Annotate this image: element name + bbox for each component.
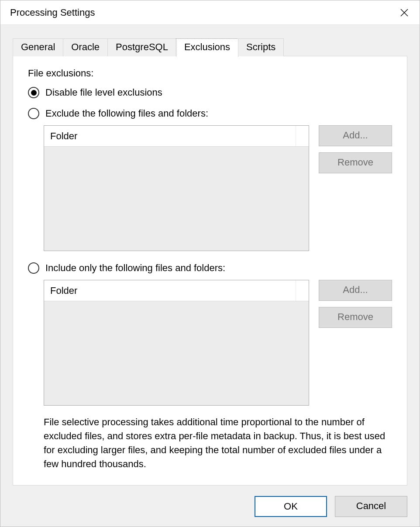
close-icon (400, 8, 409, 17)
include-list-header: Folder (44, 280, 309, 301)
cancel-button[interactable]: Cancel (335, 496, 407, 517)
client-area: General Oracle PostgreSQL Exclusions Scr… (0, 25, 420, 527)
radio-label: Include only the following files and fol… (45, 262, 225, 274)
include-remove-button[interactable]: Remove (319, 307, 392, 328)
radio-icon (28, 87, 39, 98)
column-header-spacer (296, 126, 309, 146)
exclude-add-button[interactable]: Add... (319, 125, 392, 146)
include-list-body (44, 301, 309, 405)
exclude-listbox[interactable]: Folder (44, 125, 309, 251)
help-text: File selective processing takes addition… (44, 415, 392, 471)
radio-icon (28, 108, 39, 119)
exclude-buttons: Add... Remove (319, 125, 392, 251)
close-button[interactable] (396, 4, 413, 21)
include-add-button[interactable]: Add... (319, 280, 392, 301)
dialog-footer: OK Cancel (13, 486, 407, 517)
exclude-remove-button[interactable]: Remove (319, 152, 392, 173)
tab-postgresql[interactable]: PostgreSQL (107, 38, 176, 56)
ok-button[interactable]: OK (255, 496, 327, 517)
tab-scripts[interactable]: Scripts (238, 38, 284, 56)
tab-oracle[interactable]: Oracle (63, 38, 108, 56)
radio-label: Exclude the following files and folders: (45, 108, 208, 119)
tab-exclusions[interactable]: Exclusions (176, 38, 238, 57)
titlebar: Processing Settings (0, 0, 420, 25)
column-header-spacer (296, 280, 309, 301)
include-list-group: Folder Add... Remove (44, 280, 392, 406)
radio-include-only[interactable]: Include only the following files and fol… (28, 262, 392, 274)
window-title: Processing Settings (10, 7, 396, 18)
exclude-list-group: Folder Add... Remove (44, 125, 392, 251)
include-listbox[interactable]: Folder (44, 280, 309, 406)
radio-disable-exclusions[interactable]: Disable file level exclusions (28, 87, 392, 98)
column-header-folder[interactable]: Folder (50, 126, 296, 146)
tab-panel-exclusions: File exclusions: Disable file level excl… (13, 56, 407, 486)
include-buttons: Add... Remove (319, 280, 392, 406)
tab-general[interactable]: General (13, 38, 63, 56)
radio-exclude-following[interactable]: Exclude the following files and folders: (28, 108, 392, 119)
dialog-processing-settings: Processing Settings General Oracle Postg… (0, 0, 420, 527)
radio-label: Disable file level exclusions (45, 87, 162, 98)
tab-strip: General Oracle PostgreSQL Exclusions Scr… (13, 38, 407, 56)
exclude-list-body (44, 147, 309, 251)
radio-icon (28, 262, 39, 274)
column-header-folder[interactable]: Folder (50, 280, 296, 301)
section-label-file-exclusions: File exclusions: (28, 68, 392, 79)
exclude-list-header: Folder (44, 126, 309, 147)
